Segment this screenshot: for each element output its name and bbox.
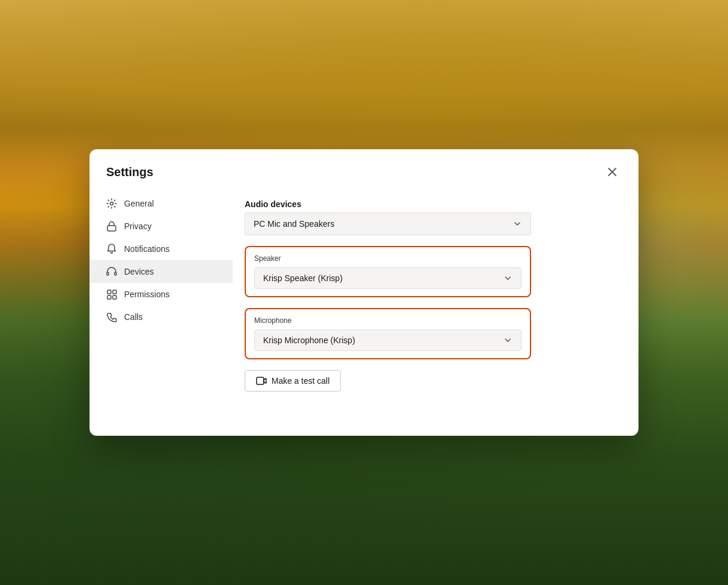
speaker-dropdown[interactable]: Krisp Speaker (Krisp) [254, 267, 522, 289]
sidebar-label-notifications: Notifications [124, 244, 169, 254]
sidebar-item-notifications[interactable]: Notifications [90, 238, 233, 260]
headset-icon [106, 266, 117, 277]
close-icon [608, 168, 616, 176]
sidebar-item-privacy[interactable]: Privacy [90, 215, 233, 238]
audio-device-dropdown[interactable]: PC Mic and Speakers [245, 213, 531, 235]
sidebar: General Privacy [90, 187, 233, 419]
sidebar-item-general[interactable]: General [90, 192, 233, 215]
microphone-chevron-icon [503, 335, 513, 345]
speaker-chevron-icon [503, 273, 513, 283]
sidebar-label-general: General [124, 199, 154, 208]
svg-rect-3 [115, 272, 116, 275]
svg-rect-7 [113, 295, 116, 299]
sidebar-item-permissions[interactable]: Permissions [90, 283, 233, 306]
svg-rect-5 [113, 290, 116, 294]
speaker-value: Krisp Speaker (Krisp) [263, 273, 343, 283]
grid-icon [106, 289, 117, 300]
svg-rect-8 [257, 377, 264, 384]
gear-icon [106, 198, 117, 209]
chevron-down-icon [513, 219, 522, 229]
svg-rect-2 [107, 272, 109, 275]
svg-rect-1 [107, 226, 116, 231]
test-call-label: Make a test call [272, 376, 329, 386]
microphone-value: Krisp Microphone (Krisp) [263, 335, 355, 345]
svg-rect-6 [107, 295, 111, 299]
dialog-body: General Privacy [90, 187, 638, 436]
sidebar-label-devices: Devices [124, 267, 154, 276]
speaker-section: Speaker Krisp Speaker (Krisp) [245, 246, 531, 297]
video-call-icon [256, 376, 267, 386]
content-area: Audio devices PC Mic and Speakers Speake… [233, 187, 638, 419]
svg-point-0 [110, 202, 113, 205]
speaker-label: Speaker [254, 254, 522, 263]
close-button[interactable] [603, 162, 622, 181]
sidebar-label-privacy: Privacy [124, 221, 152, 231]
microphone-label: Microphone [254, 316, 522, 325]
sidebar-item-calls[interactable]: Calls [90, 306, 233, 328]
audio-device-value: PC Mic and Speakers [254, 219, 334, 229]
svg-rect-4 [107, 290, 111, 294]
sidebar-label-permissions: Permissions [124, 290, 169, 299]
dialog-header: Settings [90, 149, 638, 187]
settings-dialog: Settings General [90, 149, 638, 436]
sidebar-label-calls: Calls [124, 312, 143, 322]
phone-icon [106, 312, 117, 322]
microphone-dropdown[interactable]: Krisp Microphone (Krisp) [254, 330, 522, 351]
microphone-section: Microphone Krisp Microphone (Krisp) [245, 308, 531, 359]
lock-icon [106, 221, 117, 232]
audio-devices-section: Audio devices PC Mic and Speakers [245, 199, 615, 235]
dialog-title: Settings [106, 165, 153, 179]
audio-devices-label: Audio devices [245, 199, 615, 209]
bell-icon [106, 244, 117, 254]
sidebar-item-devices[interactable]: Devices [90, 260, 233, 283]
test-call-button[interactable]: Make a test call [245, 370, 341, 392]
